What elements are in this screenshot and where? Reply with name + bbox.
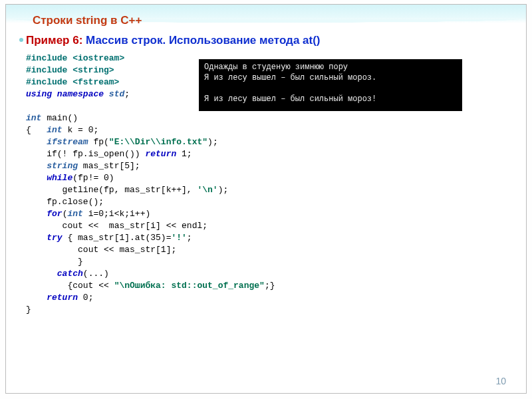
code-type: ifstream [47,137,88,147]
code-string: '\n' [197,185,217,195]
code-include: #include <iostream> [26,53,124,63]
code-keyword: while [47,173,72,183]
code-text: (fp!= 0) [72,173,114,183]
code-text: ; [187,233,192,243]
example-description: Массив строк. Использование метода at() [86,34,320,47]
code-include: #include <string> [26,65,114,75]
code-text: cout << mas_str[1]; [47,245,176,255]
code-include: #include <fstream> [26,77,119,87]
code-text: (...) [83,269,109,279]
code-type: string [47,161,78,171]
code-text: i=0;i<k;i++) [83,209,150,219]
code-text: getline(fp, mas_str[k++], [47,185,197,195]
example-number: Пример 6: [26,34,86,47]
code-keyword: using [26,89,52,99]
code-text: main() [41,113,78,123]
code-keyword: try [47,233,62,243]
code-text: ; [124,89,130,99]
code-text: ); [218,185,229,195]
code-text: } [47,257,83,267]
code-text: mas_str[5]; [78,161,140,171]
code-text: ;} [265,281,275,291]
code-type: int [26,113,41,123]
code-text: 0; [78,293,93,303]
code-keyword: namespace [57,89,104,99]
code-text: 1; [176,149,192,159]
code-block: #include <iostream> #include <string> #i… [26,53,319,316]
code-text: { mas_str[1].at(35)= [63,233,172,243]
code-text: if(! fp.is_open()) [47,149,145,159]
code-text: { [26,125,31,135]
slide-frame: Строки string в C++ Пример 6: Массив стр… [5,4,527,394]
code-type: std [109,89,124,99]
code-text: fp( [88,137,109,147]
slide-title: Строки string в C++ [33,14,142,27]
code-text: ); [207,137,218,147]
code-text: } [26,305,31,315]
code-string: '!' [171,233,186,243]
code-keyword: return [47,293,78,303]
code-text: {cout << [57,281,114,291]
code-type: int [67,209,82,219]
code-keyword: for [47,209,62,219]
code-text: k = 0; [63,125,99,135]
bullet-icon [19,38,23,42]
page-number: 10 [495,376,506,386]
code-text: cout << mas_str[i] << endl; [47,221,207,231]
code-type: int [47,125,62,135]
code-keyword: catch [57,269,83,279]
code-string: "\nОшибка: std::out_of_range" [114,281,265,291]
example-heading: Пример 6: Массив строк. Использование ме… [26,34,321,47]
code-string: "E:\\Dir\\info.txt" [109,137,207,147]
code-text: fp.close(); [47,197,104,207]
code-keyword: return [145,149,176,159]
